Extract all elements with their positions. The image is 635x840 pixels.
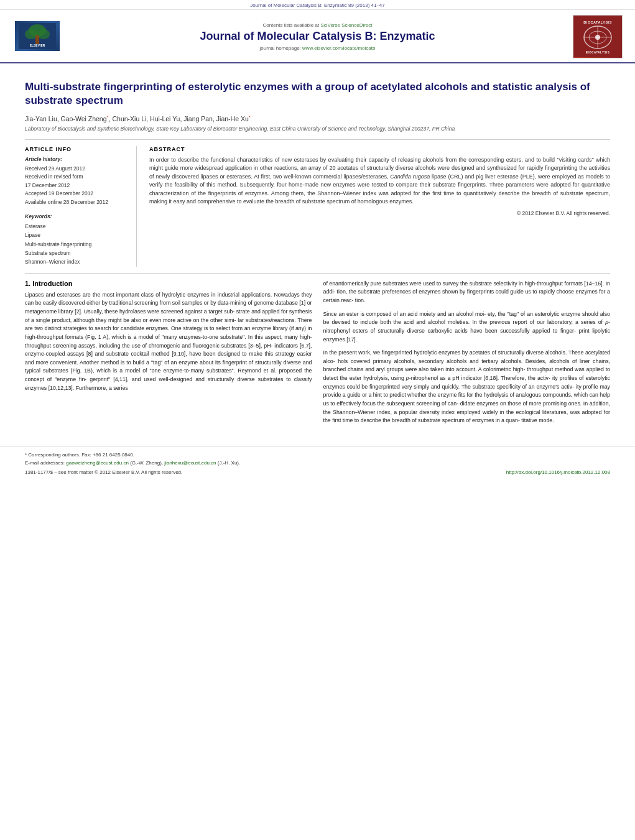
svg-rect-4 — [35, 35, 39, 44]
journal-reference-bar: Journal of Molecular Catalysis B: Enzyma… — [0, 0, 635, 10]
journal-header: ELSEVIER Contents lists available at Sci… — [0, 10, 635, 63]
svg-text:BIOCATALYSIS: BIOCATALYSIS — [583, 21, 612, 24]
journal-title: Journal of Molecular Catalysis B: Enzyma… — [75, 30, 560, 44]
intro-paragraph2: of enantiomerically pure substrates were… — [323, 280, 611, 305]
elsevier-tree-icon: ELSEVIER — [19, 23, 56, 49]
elsevier-logo: ELSEVIER — [12, 21, 62, 53]
page: Journal of Molecular Catalysis B: Enzyma… — [0, 0, 635, 479]
history-label: Article history: — [25, 156, 127, 162]
footnote-emails: E-mail addresses: gaoweizheng@ecust.edu.… — [25, 459, 610, 468]
homepage-link[interactable]: www.elsevier.com/locate/molcatb — [302, 45, 375, 51]
elsevier-logo-box: ELSEVIER — [15, 21, 60, 51]
svg-text:BIOCATALYSIS: BIOCATALYSIS — [586, 51, 610, 54]
intro-title: 1. Introduction — [25, 280, 312, 287]
journal-ref-text: Journal of Molecular Catalysis B: Enzyma… — [250, 2, 385, 8]
article-title: Multi-substrate fingerprinting of estero… — [25, 80, 610, 108]
keyword-shannon: Shannon–Wiener index — [25, 257, 127, 266]
contents-available: Contents lists available at SciVerse Sci… — [75, 22, 560, 28]
keyword-esterase: Esterase — [25, 222, 127, 231]
catalysis-logo-text: BIOCATALYSIS BIOCATALYSIS — [573, 15, 622, 58]
affiliation: Laboratory of Biocatalysis and Synthetic… — [25, 126, 610, 132]
catalysis-logo: BIOCATALYSIS BIOCATALYSIS — [573, 15, 623, 58]
abstract-header: ABSTRACT — [149, 146, 610, 152]
intro-paragraph1: Lipases and esterases are the most impor… — [25, 291, 312, 393]
journal-homepage: journal homepage: www.elsevier.com/locat… — [75, 45, 560, 51]
email2-link[interactable]: jianhexu@ecust.edu.cn — [164, 460, 216, 466]
catalysis-logo-svg: BIOCATALYSIS BIOCATALYSIS — [573, 15, 622, 57]
header-center: Contents lists available at SciVerse Sci… — [62, 22, 573, 51]
authors-line: Jia-Yan Liu, Gao-Wei Zheng*, Chun-Xiu Li… — [25, 114, 610, 122]
keywords-label: Keywords: — [25, 213, 127, 219]
footer-bottom: 1381-1177/$ – see front matter © 2012 El… — [25, 469, 610, 475]
article-info-abstract: ARTICLE INFO Article history: Received 2… — [25, 139, 610, 267]
authors-text: Jia-Yan Liu, Gao-Wei Zheng*, Chun-Xiu Li… — [25, 115, 251, 122]
sciverse-link[interactable]: SciVerse ScienceDirect — [320, 22, 372, 28]
footer-issn: 1381-1177/$ – see front matter © 2012 El… — [25, 469, 182, 475]
email1-link[interactable]: gaoweizheng@ecust.edu.cn — [66, 460, 129, 466]
article-info-header: ARTICLE INFO — [25, 146, 127, 152]
keyword-lipase: Lipase — [25, 231, 127, 239]
keyword-fingerprinting: Multi-substrate fingerprinting — [25, 240, 127, 249]
body-right-col: of enantiomerically pure substrates were… — [323, 280, 611, 430]
keyword-substrate-spectrum: Substrate spectrum — [25, 249, 127, 257]
page-footer: * Corresponding authors. Fax: +86 21 642… — [0, 446, 635, 479]
intro-paragraph4: In the present work, we fingerprinted hy… — [323, 349, 611, 425]
footnote-corresponding: * Corresponding authors. Fax: +86 21 642… — [25, 451, 610, 459]
body-columns: 1. Introduction Lipases and esterases ar… — [25, 273, 610, 430]
received-date: Received 29 August 2012 Received in revi… — [25, 165, 127, 207]
abstract-text: In order to describe the functional char… — [149, 156, 610, 206]
footer-doi[interactable]: http://dx.doi.org/10.1016/j.molcatb.2012… — [506, 469, 610, 475]
article-info-col: ARTICLE INFO Article history: Received 2… — [25, 146, 137, 267]
svg-text:ELSEVIER: ELSEVIER — [30, 44, 45, 47]
abstract-col: ABSTRACT In order to describe the functi… — [149, 146, 610, 267]
body-left-col: 1. Introduction Lipases and esterases ar… — [25, 280, 312, 430]
article-content: Multi-substrate fingerprinting of estero… — [0, 63, 635, 440]
intro-paragraph3: Since an ester is composed of an acid mo… — [323, 310, 611, 344]
copyright-text: © 2012 Elsevier B.V. All rights reserved… — [149, 210, 610, 216]
